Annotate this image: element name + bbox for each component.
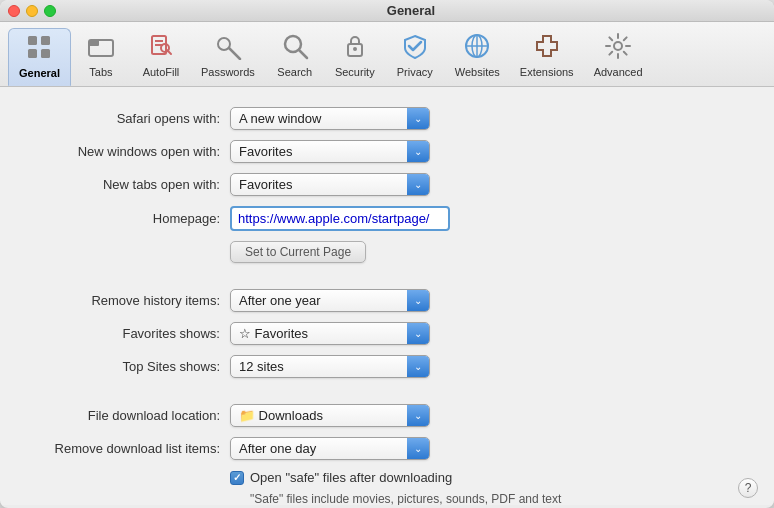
safari-opens-select[interactable]: A new window ⌄ bbox=[230, 107, 430, 130]
homepage-input[interactable] bbox=[230, 206, 450, 231]
remove-download-row: Remove download list items: After one da… bbox=[0, 437, 774, 460]
favorites-shows-arrow: ⌄ bbox=[407, 323, 429, 344]
favorites-shows-value: ☆ Favorites bbox=[239, 326, 308, 341]
safari-opens-label: Safari opens with: bbox=[20, 111, 230, 126]
new-tabs-arrow: ⌄ bbox=[407, 174, 429, 195]
favorites-shows-select[interactable]: ☆ Favorites ⌄ bbox=[230, 322, 430, 345]
safari-opens-control: A new window ⌄ bbox=[230, 107, 754, 130]
favorites-shows-control: ☆ Favorites ⌄ bbox=[230, 322, 754, 345]
open-safe-section: ✓ Open "safe" files after downloading "S… bbox=[0, 470, 774, 505]
security-icon bbox=[341, 32, 369, 64]
remove-history-arrow: ⌄ bbox=[407, 290, 429, 311]
set-page-button[interactable]: Set to Current Page bbox=[230, 241, 366, 263]
toolbar-item-search[interactable]: Search bbox=[265, 28, 325, 86]
toolbar-item-privacy[interactable]: Privacy bbox=[385, 28, 445, 86]
toolbar-item-advanced[interactable]: Advanced bbox=[584, 28, 653, 86]
top-sites-control: 12 sites ⌄ bbox=[230, 355, 754, 378]
open-safe-row: ✓ Open "safe" files after downloading bbox=[230, 470, 754, 485]
general-label: General bbox=[19, 67, 60, 79]
new-tabs-select[interactable]: Favorites ⌄ bbox=[230, 173, 430, 196]
svg-rect-2 bbox=[41, 36, 50, 45]
new-windows-control: Favorites ⌄ bbox=[230, 140, 754, 163]
file-download-arrow: ⌄ bbox=[407, 405, 429, 426]
toolbar: General Tabs AutoFill Passwords Search bbox=[0, 22, 774, 87]
toolbar-item-security[interactable]: Security bbox=[325, 28, 385, 86]
top-sites-row: Top Sites shows: 12 sites ⌄ bbox=[0, 355, 774, 378]
close-button[interactable] bbox=[8, 5, 20, 17]
svg-point-21 bbox=[614, 42, 622, 50]
toolbar-item-extensions[interactable]: Extensions bbox=[510, 28, 584, 86]
websites-icon bbox=[463, 32, 491, 64]
open-safe-checkbox[interactable]: ✓ bbox=[230, 471, 244, 485]
privacy-label: Privacy bbox=[397, 66, 433, 78]
top-sites-select[interactable]: 12 sites ⌄ bbox=[230, 355, 430, 378]
svg-rect-5 bbox=[89, 40, 99, 46]
extensions-label: Extensions bbox=[520, 66, 574, 78]
new-windows-value: Favorites bbox=[239, 144, 292, 159]
new-windows-row: New windows open with: Favorites ⌄ bbox=[0, 140, 774, 163]
svg-rect-0 bbox=[28, 36, 37, 45]
new-windows-label: New windows open with: bbox=[20, 144, 230, 159]
toolbar-item-passwords[interactable]: Passwords bbox=[191, 28, 265, 86]
security-label: Security bbox=[335, 66, 375, 78]
autofill-label: AutoFill bbox=[143, 66, 180, 78]
homepage-control bbox=[230, 206, 754, 231]
window-title: General bbox=[56, 3, 766, 18]
file-download-select[interactable]: 📁 Downloads ⌄ bbox=[230, 404, 430, 427]
new-windows-arrow: ⌄ bbox=[407, 141, 429, 162]
new-windows-select[interactable]: Favorites ⌄ bbox=[230, 140, 430, 163]
remove-download-select[interactable]: After one day ⌄ bbox=[230, 437, 430, 460]
svg-rect-1 bbox=[28, 49, 37, 58]
minimize-button[interactable] bbox=[26, 5, 38, 17]
checkmark-icon: ✓ bbox=[233, 472, 241, 483]
extensions-icon bbox=[533, 32, 561, 64]
privacy-icon bbox=[401, 32, 429, 64]
svg-rect-3 bbox=[41, 49, 50, 58]
favorites-shows-row: Favorites shows: ☆ Favorites ⌄ bbox=[0, 322, 774, 345]
toolbar-item-general[interactable]: General bbox=[8, 28, 71, 86]
new-tabs-label: New tabs open with: bbox=[20, 177, 230, 192]
remove-download-arrow: ⌄ bbox=[407, 438, 429, 459]
safari-opens-arrow: ⌄ bbox=[407, 108, 429, 129]
help-area: ? bbox=[738, 478, 758, 498]
advanced-icon bbox=[604, 32, 632, 64]
passwords-icon bbox=[214, 32, 242, 64]
set-page-control: Set to Current Page bbox=[230, 241, 754, 263]
tabs-icon bbox=[87, 32, 115, 64]
homepage-label: Homepage: bbox=[20, 211, 230, 226]
advanced-label: Advanced bbox=[594, 66, 643, 78]
remove-history-select[interactable]: After one year ⌄ bbox=[230, 289, 430, 312]
favorites-shows-label: Favorites shows: bbox=[20, 326, 230, 341]
toolbar-item-tabs[interactable]: Tabs bbox=[71, 28, 131, 86]
toolbar-item-websites[interactable]: Websites bbox=[445, 28, 510, 86]
general-icon bbox=[25, 33, 53, 65]
remove-download-label: Remove download list items: bbox=[20, 441, 230, 456]
tabs-label: Tabs bbox=[89, 66, 112, 78]
file-download-label: File download location: bbox=[20, 408, 230, 423]
top-sites-value: 12 sites bbox=[239, 359, 284, 374]
top-sites-arrow: ⌄ bbox=[407, 356, 429, 377]
titlebar: General bbox=[0, 0, 774, 22]
svg-point-16 bbox=[353, 47, 357, 51]
file-download-row: File download location: 📁 Downloads ⌄ bbox=[0, 404, 774, 427]
search-label: Search bbox=[277, 66, 312, 78]
new-tabs-value: Favorites bbox=[239, 177, 292, 192]
remove-history-label: Remove history items: bbox=[20, 293, 230, 308]
file-download-value: 📁 Downloads bbox=[239, 408, 323, 423]
safari-opens-value: A new window bbox=[239, 111, 321, 126]
passwords-label: Passwords bbox=[201, 66, 255, 78]
open-safe-desc: "Safe" files include movies, pictures, s… bbox=[230, 491, 580, 505]
autofill-icon bbox=[147, 32, 175, 64]
maximize-button[interactable] bbox=[44, 5, 56, 17]
remove-history-row: Remove history items: After one year ⌄ bbox=[0, 289, 774, 312]
open-safe-label: Open "safe" files after downloading bbox=[250, 470, 452, 485]
help-button[interactable]: ? bbox=[738, 478, 758, 498]
content-area: Safari opens with: A new window ⌄ New wi… bbox=[0, 87, 774, 505]
remove-download-control: After one day ⌄ bbox=[230, 437, 754, 460]
toolbar-item-autofill[interactable]: AutoFill bbox=[131, 28, 191, 86]
new-tabs-control: Favorites ⌄ bbox=[230, 173, 754, 196]
svg-line-12 bbox=[229, 48, 240, 59]
search-icon bbox=[281, 32, 309, 64]
remove-history-control: After one year ⌄ bbox=[230, 289, 754, 312]
top-sites-label: Top Sites shows: bbox=[20, 359, 230, 374]
